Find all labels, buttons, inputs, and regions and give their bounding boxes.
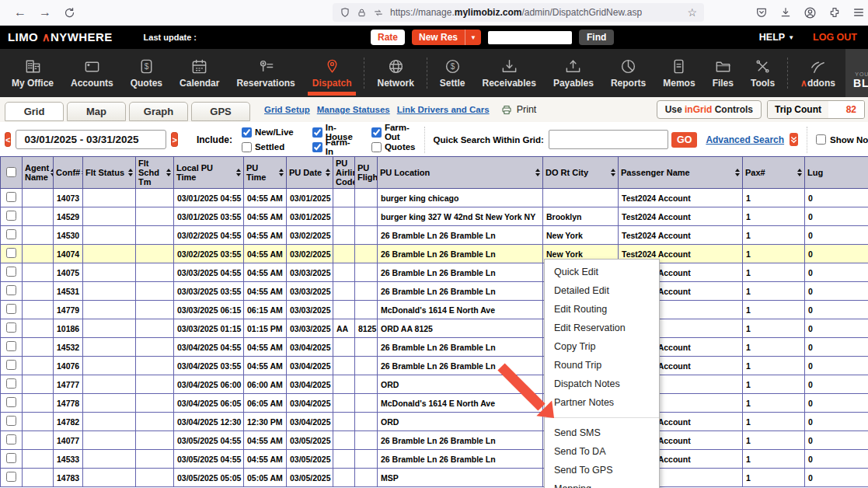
include-quotes[interactable]: Quotes <box>371 141 416 153</box>
checkbox[interactable] <box>312 127 322 138</box>
menu-item-dispatch-notes[interactable]: Dispatch Notes <box>545 375 659 393</box>
menu-item-send-sms[interactable]: Send SMS <box>545 424 659 442</box>
tab-gps[interactable]: GPS <box>191 102 250 121</box>
table-row[interactable]: 1453103/03/2025 03:5504:55 AM03/03/20252… <box>1 282 868 301</box>
menu-item-quick-edit[interactable]: Quick Edit <box>545 263 659 281</box>
rate-button[interactable]: Rate <box>371 30 405 45</box>
table-row[interactable]: 1452903/01/2025 03:5504:55 AM03/01/2025b… <box>1 207 868 226</box>
include-settled[interactable]: Settled <box>242 141 294 153</box>
show-notifications-checkbox[interactable] <box>816 134 826 145</box>
row-checkbox[interactable] <box>6 360 16 370</box>
table-row[interactable]: 1407303/01/2025 04:5504:55 AM03/01/2025b… <box>1 189 868 207</box>
new-res-button[interactable]: New Res <box>412 30 465 45</box>
table-row[interactable]: 1407603/04/2025 03:5504:55 AM03/04/20252… <box>1 357 868 375</box>
row-checkbox[interactable] <box>6 322 16 333</box>
reload-icon[interactable] <box>64 7 75 19</box>
tab-graph[interactable]: Graph <box>129 102 188 121</box>
column-header-conf[interactable]: Conf# <box>54 157 83 189</box>
select-all-checkbox[interactable] <box>6 167 16 177</box>
column-header-flt-schd-tm[interactable]: Flt Schd Tm <box>136 157 174 189</box>
row-checkbox[interactable] <box>6 211 16 221</box>
table-row[interactable]: 1018603/03/2025 01:1501:15 PM03/03/2025A… <box>1 319 868 338</box>
tab-grid[interactable]: Grid <box>5 102 64 121</box>
shield-icon[interactable] <box>340 7 350 18</box>
column-header-do-rt-city[interactable]: DO Rt City <box>543 157 619 189</box>
show-notifications-toggle[interactable]: Show Notifications <box>816 134 868 145</box>
include-in-house[interactable]: In-House <box>312 126 353 138</box>
column-header-pu-airline-code[interactable]: PU Airline Code <box>333 157 355 189</box>
nav-item-addons[interactable]: ∧ddons <box>792 49 844 97</box>
checkbox[interactable] <box>312 142 322 152</box>
include-farm-in[interactable]: Farm-In <box>312 141 353 153</box>
go-button[interactable]: GO <box>671 132 697 148</box>
nav-item-dispatch[interactable]: Dispatch <box>304 49 361 97</box>
bookmark-star-icon[interactable]: ☆ <box>687 6 697 19</box>
column-header-flt-status[interactable]: Flt Status <box>83 157 136 189</box>
tab-map[interactable]: Map <box>67 102 126 121</box>
print-button[interactable]: Print <box>500 104 537 116</box>
new-res-dropdown-button[interactable]: ▼ <box>465 30 481 45</box>
account-icon[interactable] <box>804 6 817 19</box>
row-checkbox[interactable] <box>6 397 16 407</box>
menu-icon[interactable] <box>852 6 865 19</box>
menu-item-copy-trip[interactable]: Copy Trip <box>545 337 659 356</box>
table-row[interactable]: 1477703/04/2025 06:0006:00 AM03/04/2025O… <box>1 375 868 394</box>
nav-item-memos[interactable]: Memos <box>654 49 703 97</box>
pocket-icon[interactable] <box>755 6 768 19</box>
menu-item-send-to-da[interactable]: Send To DA <box>545 442 659 461</box>
advanced-search-link[interactable]: Advanced Search <box>706 134 784 145</box>
menu-item-round-trip[interactable]: Round Trip <box>545 356 659 375</box>
link-grid-setup[interactable]: Grid Setup <box>264 105 310 114</box>
sort-arrows-icon[interactable] <box>166 169 171 176</box>
next-period-button[interactable]: > <box>171 132 177 147</box>
link-manage-statuses[interactable]: Manage Statuses <box>317 105 390 114</box>
date-range-input[interactable] <box>16 130 166 149</box>
table-row[interactable]: 1478203/04/2025 12:3012:30 PM03/04/2025O… <box>1 413 868 431</box>
nav-item-calendar[interactable]: Calendar <box>171 49 228 97</box>
row-checkbox[interactable] <box>6 267 16 277</box>
lock-icon[interactable] <box>357 8 367 18</box>
your-plan-black-tile[interactable]: YOUR PLAN BL∧CK <box>845 49 868 97</box>
nav-item-payables[interactable]: Payables <box>545 49 602 97</box>
nav-item-reports[interactable]: Reports <box>602 49 654 97</box>
include-farm-out[interactable]: Farm-Out <box>371 126 416 138</box>
back-icon[interactable]: ← <box>14 5 26 19</box>
menu-item-detailed-edit[interactable]: Detailed Edit <box>545 281 659 300</box>
table-row[interactable]: 1453003/02/2025 04:5504:55 AM03/02/20252… <box>1 226 868 245</box>
nav-item-files[interactable]: Files <box>704 49 742 97</box>
checkbox[interactable] <box>371 127 382 138</box>
nav-item-accounts[interactable]: Accounts <box>62 49 122 97</box>
sort-arrows-icon[interactable] <box>535 169 540 176</box>
column-header-lug[interactable]: Lug <box>805 157 868 189</box>
nav-item-settle[interactable]: $Settle <box>431 49 474 97</box>
help-menu[interactable]: HELP▼ <box>759 32 794 43</box>
table-row[interactable]: 1453203/04/2025 04:5504:55 AM03/04/20252… <box>1 338 868 357</box>
checkbox[interactable] <box>242 127 252 138</box>
row-checkbox[interactable] <box>6 434 16 444</box>
link-link-drivers-and-cars[interactable]: Link Drivers and Cars <box>397 105 490 114</box>
advanced-search-expand-button[interactable] <box>790 133 798 146</box>
row-checkbox[interactable] <box>6 341 16 351</box>
column-header-pu-date[interactable]: PU Date <box>287 157 333 189</box>
quick-search-input[interactable] <box>549 130 668 149</box>
table-row[interactable]: 1477803/04/2025 06:0506:05 AM03/04/2025M… <box>1 394 868 413</box>
column-header-local-pu-time[interactable]: Local PU Time <box>174 157 244 189</box>
sort-arrows-icon[interactable] <box>611 169 615 176</box>
table-row[interactable]: 1477903/03/2025 06:1506:15 AM03/03/2025M… <box>1 301 868 319</box>
row-checkbox[interactable] <box>6 285 16 295</box>
table-row[interactable]: 1407503/03/2025 04:5504:55 AM03/03/20252… <box>1 263 868 282</box>
sort-arrows-icon[interactable] <box>735 169 740 176</box>
menu-item-partner-notes[interactable]: Partner Notes <box>545 393 659 412</box>
table-row[interactable]: 1453303/05/2025 04:5504:55 AM03/05/20252… <box>1 450 868 469</box>
checkbox[interactable] <box>242 142 252 152</box>
sort-arrows-icon[interactable] <box>128 169 133 176</box>
column-header-agent-name[interactable]: Agent Name <box>23 157 54 189</box>
row-checkbox[interactable] <box>6 248 16 258</box>
nav-item-receivables[interactable]: Receivables <box>474 49 545 97</box>
download-icon[interactable] <box>779 6 792 19</box>
row-checkbox[interactable] <box>6 378 16 389</box>
column-header-pu-time[interactable]: PU Time <box>244 157 287 189</box>
column-header-pax[interactable]: Pax# <box>743 157 805 189</box>
column-header-pu-flight[interactable]: PU Flight# <box>355 157 378 189</box>
include-new-live[interactable]: New/Live <box>242 126 294 138</box>
